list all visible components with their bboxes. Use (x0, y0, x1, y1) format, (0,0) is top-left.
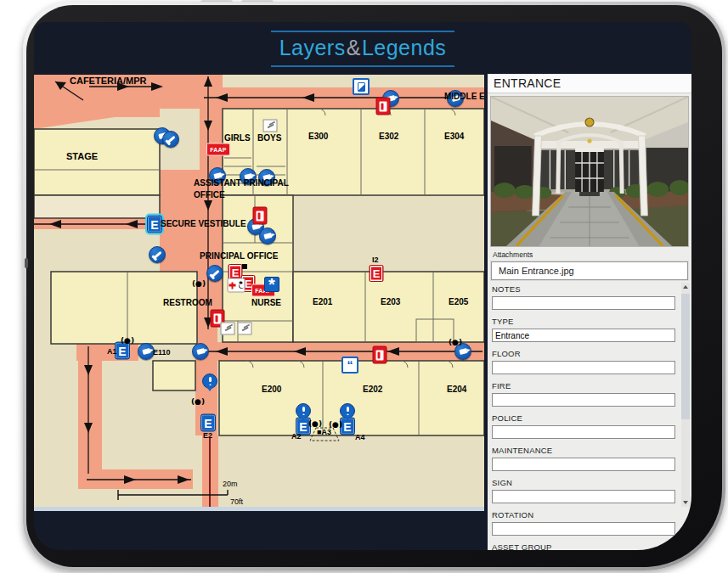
asset-panel: ENTRANCE (488, 74, 691, 550)
marker-spk[interactable]: (●) (191, 397, 205, 406)
marker-pin[interactable] (296, 403, 311, 419)
marker-wsq-doc[interactable] (353, 78, 370, 95)
marker-eb[interactable]: E (200, 414, 216, 432)
map-label: E202 (363, 385, 382, 394)
marker-tool[interactable] (162, 131, 179, 148)
marker-er[interactable]: E (370, 265, 384, 282)
field-type: TYPE (492, 317, 678, 342)
map-label: E304 (444, 132, 464, 141)
camera-icon (263, 233, 272, 239)
marker-ric[interactable] (238, 323, 252, 335)
marker-fire[interactable] (373, 346, 387, 364)
field-input[interactable] (492, 490, 675, 503)
field-floor: FLOOR (492, 349, 678, 374)
map-label: E205 (449, 298, 468, 306)
entrance-photo-image (491, 97, 688, 246)
document-icon (358, 82, 365, 92)
map-label: E203 (381, 298, 400, 306)
map-label: I2 (372, 256, 379, 264)
fire-extinguisher-icon (380, 101, 387, 111)
logo-right: Legends (362, 36, 446, 59)
app-header: Layers&Legends (34, 22, 691, 75)
field-input[interactable] (492, 361, 675, 374)
field-input[interactable] (492, 522, 675, 536)
marker-wsq-quote[interactable]: “ (341, 357, 358, 374)
marker-ric[interactable] (263, 120, 278, 132)
map-label: 70ft (230, 498, 243, 506)
marker-fire[interactable] (376, 98, 391, 115)
room-symbol-icon (241, 326, 248, 330)
map-label: ■A3 (317, 429, 331, 436)
fire-extinguisher-icon (257, 211, 264, 221)
stage: Layers&Legends (0, 0, 728, 573)
field-police: POLICE (492, 413, 678, 439)
map-label: A4 (355, 434, 365, 441)
marker-fan[interactable]: * (264, 277, 279, 292)
marker-cam[interactable] (192, 343, 209, 360)
marker-cam[interactable] (138, 343, 155, 360)
map-label: GIRLS (224, 134, 251, 143)
wheelchair-icon (238, 281, 244, 289)
marker-cam[interactable] (259, 228, 276, 244)
field-label: FLOOR (492, 349, 678, 358)
map-label: CAFETERIA/MPR (70, 76, 146, 86)
asset-title: ENTRANCE (488, 74, 691, 93)
panel-scrollbar[interactable] (681, 283, 690, 507)
marker-tool[interactable] (206, 265, 223, 282)
field-input[interactable] (492, 296, 675, 310)
marker-spk[interactable]: (●) (192, 279, 206, 288)
marker-faap[interactable]: FAAP (206, 143, 230, 156)
camera-icon (142, 348, 150, 355)
logo-ampersand: & (346, 36, 362, 59)
room-symbol-icon (224, 326, 231, 330)
marker-ric[interactable] (221, 323, 235, 335)
scroll-down-button[interactable] (681, 498, 690, 507)
map-label: E2 (203, 432, 212, 440)
fan-icon: * (268, 277, 275, 292)
app-logo: Layers&Legends (271, 31, 455, 67)
marker-spk[interactable]: (●) (308, 419, 322, 428)
field-label: TYPE (492, 317, 678, 326)
entrance-photo[interactable] (490, 96, 689, 247)
map-label: RESTROOM (163, 299, 212, 307)
camera-icon (196, 348, 205, 355)
marker-blk[interactable] (242, 264, 247, 269)
map-label: SECURE VESTIBULE (161, 220, 246, 228)
attachments-label: Attachments (493, 250, 691, 259)
chevron-down-icon (683, 501, 688, 504)
field-input[interactable] (492, 458, 675, 471)
chevron-up-icon (683, 285, 688, 289)
marker-spk[interactable]: (●) (121, 336, 134, 345)
map-label: E201 (313, 298, 332, 306)
map-label: E204 (447, 385, 466, 394)
app-screen: Layers&Legends (34, 22, 691, 550)
field-notes: NOTES (492, 284, 678, 310)
marker-pin[interactable] (340, 403, 355, 419)
field-input[interactable] (492, 393, 675, 407)
camera-icon (459, 348, 467, 355)
scroll-up-button[interactable] (681, 283, 690, 291)
map-label: ASSISTANT PRINCIPAL (194, 179, 289, 188)
field-input[interactable] (492, 425, 675, 439)
field-input[interactable] (492, 329, 675, 342)
marker-fire[interactable] (253, 207, 268, 225)
panel-fields: NOTESTYPEFLOORFIREPOLICEMAINTENANCESIGNR… (488, 283, 678, 550)
field-fire: FIRE (492, 381, 678, 407)
tablet-camera-icon (25, 258, 28, 268)
marker-med[interactable] (228, 278, 245, 293)
field-maintenance: MAINTENANCE (492, 446, 678, 471)
field-label: POLICE (492, 413, 678, 423)
attachment-item[interactable]: Main Entrance.jpg (491, 261, 688, 280)
room-symbol-icon (267, 123, 274, 127)
field-rotation: ROTATION (492, 510, 678, 536)
field-label: ROTATION (492, 510, 678, 520)
marker-pin[interactable] (202, 374, 217, 389)
fire-extinguisher-icon (376, 350, 384, 360)
marker-spk[interactable]: (●) (449, 338, 462, 346)
wrench-icon (166, 135, 175, 143)
marker-tool[interactable] (149, 246, 166, 263)
map-label: E110 (153, 349, 171, 357)
scroll-thumb[interactable] (681, 294, 690, 419)
map-canvas[interactable]: CAFETERIA/MPRSTAGEGIRLSBOYSE300E302E304M… (34, 75, 484, 511)
field-label: MAINTENANCE (492, 446, 678, 455)
